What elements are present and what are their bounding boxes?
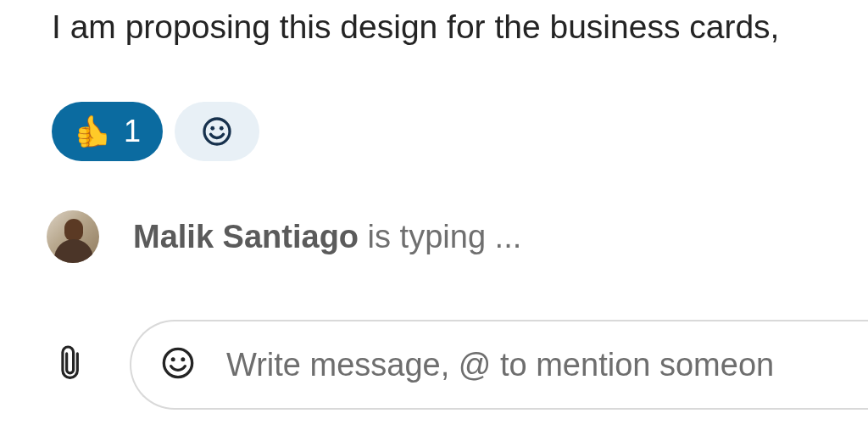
reaction-count: 1 <box>124 114 141 149</box>
smile-icon <box>202 116 232 147</box>
typing-suffix: is typing ... <box>359 219 521 254</box>
typing-indicator: Malik Santiago is typing ... <box>47 210 521 263</box>
svg-point-1 <box>210 126 214 131</box>
attach-button[interactable] <box>47 339 97 390</box>
message-text: I am proposing this design for the busin… <box>52 8 779 46</box>
svg-point-0 <box>204 119 230 144</box>
thumbsup-icon: 👍 <box>74 116 112 147</box>
avatar <box>47 210 99 263</box>
add-reaction-button[interactable] <box>175 102 259 161</box>
compose-input[interactable]: Write message, @ to mention someon <box>130 320 868 410</box>
svg-point-5 <box>181 357 185 361</box>
compose-row: Write message, @ to mention someon <box>47 314 868 416</box>
svg-point-3 <box>164 349 192 377</box>
reactions-bar: 👍 1 <box>52 102 259 161</box>
typing-user-name: Malik Santiago <box>133 219 359 254</box>
smile-icon <box>161 346 195 383</box>
svg-point-4 <box>171 357 175 361</box>
paperclip-icon <box>56 343 88 387</box>
compose-placeholder: Write message, @ to mention someon <box>226 347 774 383</box>
svg-point-2 <box>220 126 224 131</box>
typing-text: Malik Santiago is typing ... <box>133 219 521 255</box>
reaction-thumbsup[interactable]: 👍 1 <box>52 102 163 161</box>
compose-emoji-button[interactable] <box>159 345 198 384</box>
